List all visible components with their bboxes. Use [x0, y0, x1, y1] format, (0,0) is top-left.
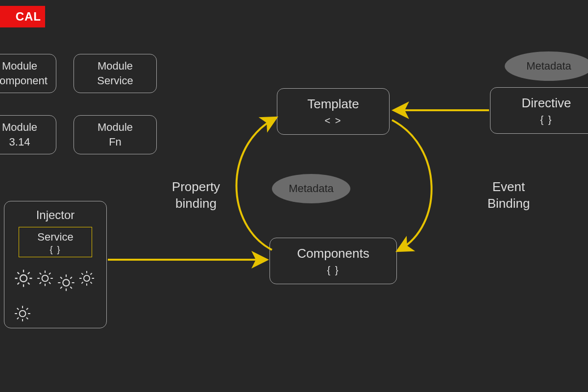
module-value-line2: 3.14 [9, 135, 30, 149]
property-binding-line2: binding [152, 196, 240, 212]
module-component-box: Module Component [0, 54, 56, 93]
gear-icon [13, 268, 34, 292]
module-service-line1: Module [98, 59, 133, 74]
directive-label: Directive [521, 95, 571, 112]
arrow-property-binding [237, 119, 275, 250]
module-fn-box: Module Fn [74, 115, 157, 154]
property-binding-line1: Property [152, 179, 240, 196]
event-binding-line2: Binding [469, 196, 548, 212]
template-label: Template [307, 96, 359, 113]
template-box: Template < > [277, 88, 390, 135]
gear-icon [13, 304, 32, 326]
module-fn-line2: Fn [109, 135, 122, 149]
svg-point-4 [20, 311, 26, 317]
components-sub: { } [327, 264, 340, 277]
directive-box: Directive { } [490, 87, 588, 134]
directive-sub: { } [540, 113, 553, 126]
module-fn-line1: Module [98, 120, 133, 135]
gear-icon [78, 270, 96, 290]
metadata-center-ellipse: Metadata [272, 174, 350, 203]
module-value-line1: Module [2, 120, 37, 135]
injector-box: Injector Service { } [4, 201, 107, 328]
brand-logo: CAL [0, 6, 45, 27]
event-binding-label: Event Binding [469, 179, 548, 212]
module-service-box: Module Service [74, 54, 157, 93]
metadata-top-label: Metadata [526, 60, 571, 73]
svg-point-3 [84, 275, 90, 281]
brand-logo-text: CAL [16, 10, 41, 24]
template-sub: < > [325, 114, 342, 127]
event-binding-line1: Event [469, 179, 548, 196]
injector-gears [12, 264, 98, 326]
property-binding-label: Property binding [152, 179, 240, 212]
module-component-line2: Component [0, 74, 48, 88]
module-service-line2: Service [97, 74, 133, 88]
components-box: Components { } [270, 238, 397, 284]
metadata-center-label: Metadata [289, 182, 334, 195]
svg-point-1 [42, 275, 49, 282]
gear-icon [56, 273, 76, 295]
injector-service-inner: Service { } [19, 227, 92, 257]
gear-icon [36, 269, 54, 291]
svg-point-0 [20, 275, 27, 282]
module-value-box: Module 3.14 [0, 115, 56, 154]
arrow-event-binding [392, 120, 432, 250]
metadata-top-ellipse: Metadata [505, 51, 588, 81]
components-label: Components [297, 245, 369, 262]
module-component-line1: Module [2, 59, 37, 74]
injector-service-sub: { } [19, 244, 92, 255]
svg-point-2 [63, 279, 69, 286]
injector-service-label: Service [19, 230, 92, 244]
injector-title: Injector [12, 208, 98, 222]
